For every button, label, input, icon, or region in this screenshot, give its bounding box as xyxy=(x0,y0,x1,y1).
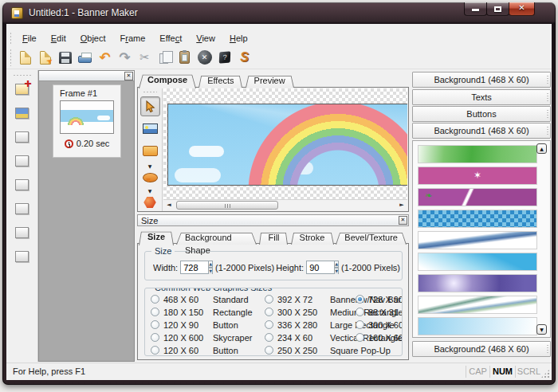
size-panel-header[interactable]: Size ✕ xyxy=(137,214,409,226)
frame-thumbnail[interactable] xyxy=(60,100,114,134)
menu-file[interactable]: File xyxy=(15,31,44,45)
thumbnail-purple-leaf-stripe[interactable] xyxy=(418,189,536,206)
size-option-300x60[interactable]: 300 X 60 xyxy=(356,319,403,330)
mini-cloud xyxy=(97,116,110,120)
thumbnail-blue-wave[interactable] xyxy=(418,232,536,249)
delete-frame-icon xyxy=(15,251,29,262)
title-bar[interactable]: Untitled:1 - Banner Maker ✕ xyxy=(2,2,556,24)
thumbnail-sky-gradient[interactable] xyxy=(418,318,536,335)
library-panel: Background1 (468 X 60) Texts Buttons Bac… xyxy=(411,70,552,362)
frame-ops-grip[interactable] xyxy=(13,74,31,76)
size-option-468x60[interactable]: 468 X 60Standard xyxy=(151,294,253,304)
menu-edit[interactable]: Edit xyxy=(44,31,73,45)
width-stepper[interactable]: ▲▼ xyxy=(209,261,213,274)
close-icon: ✕ xyxy=(509,3,534,12)
tab-fill[interactable]: Fill xyxy=(259,231,288,245)
size-option-120x90[interactable]: 120 X 90Button xyxy=(151,319,253,330)
height-hint: (1-2000 Pixels) xyxy=(341,263,400,272)
thumbnail-blue-mosaic[interactable] xyxy=(418,210,536,227)
scroll-thumb[interactable] xyxy=(176,201,278,210)
tab-preview[interactable]: Preview xyxy=(246,74,294,88)
scroll-left-arrow[interactable]: ◄ xyxy=(163,200,175,210)
frames-panel-close-button[interactable]: ✕ xyxy=(124,72,133,80)
list-scroll-down-button[interactable]: ▼ xyxy=(536,324,547,335)
menubar-grip[interactable] xyxy=(10,32,12,44)
menu-view[interactable]: View xyxy=(189,31,222,45)
section-background2[interactable]: Background2 (468 X 60) xyxy=(412,341,551,357)
height-stepper[interactable]: ▲▼ xyxy=(335,261,339,274)
size-panel-close-button[interactable]: ✕ xyxy=(399,216,407,225)
size-option-728x90-selected[interactable]: 728 X 90 xyxy=(356,294,403,304)
thumbnail-green-brush[interactable] xyxy=(418,146,536,163)
open-button[interactable]: ➤ xyxy=(36,49,54,67)
section-buttons[interactable]: Buttons xyxy=(412,106,551,122)
menu-help[interactable]: Help xyxy=(222,31,255,45)
tab-size[interactable]: Size xyxy=(139,229,174,245)
copy-button[interactable] xyxy=(155,49,174,67)
tab-effects[interactable]: Effects xyxy=(198,74,242,88)
thumbnail-purple-burst[interactable] xyxy=(418,275,536,292)
rectangle-tool-dropdown[interactable]: ▼ xyxy=(138,163,162,170)
cut-frame-button[interactable] xyxy=(12,151,33,171)
paste-frame-button[interactable] xyxy=(12,199,33,218)
scroll-right-arrow[interactable]: ► xyxy=(396,200,407,210)
thumbnail-cyan-gradient[interactable] xyxy=(418,253,536,270)
print-button[interactable] xyxy=(76,49,94,67)
canvas-h-scrollbar[interactable]: ◄ ► xyxy=(163,199,407,210)
thumbnail-green-blue-strokes[interactable] xyxy=(418,296,536,313)
stop-button[interactable]: ✕ xyxy=(195,49,214,67)
redo-button[interactable]: ↷ xyxy=(116,49,134,67)
paste-button[interactable] xyxy=(175,49,194,67)
menu-object[interactable]: Object xyxy=(73,31,113,45)
size-option-250x250[interactable]: 250 X 250Square Pop-Up xyxy=(265,345,403,355)
size-option-160x60[interactable]: 160 X 60 xyxy=(356,332,403,343)
banner-canvas[interactable] xyxy=(163,88,407,199)
minimize-button[interactable] xyxy=(464,2,487,16)
size-option-120x60[interactable]: 120 X 60Button xyxy=(151,345,253,355)
banner-artwork[interactable] xyxy=(167,104,407,186)
width-input[interactable] xyxy=(180,261,209,274)
library-header[interactable]: Background1 (468 X 60) xyxy=(412,72,551,88)
move-frame-button[interactable] xyxy=(12,223,33,242)
image-tool-button[interactable] xyxy=(140,119,160,139)
tab-compose[interactable]: Compose xyxy=(139,73,196,88)
tab-bevel-texture[interactable]: Bevel/Texture xyxy=(336,231,407,245)
thumbnail-pink-sparkle[interactable]: ✶ xyxy=(418,167,536,184)
close-button[interactable]: ✕ xyxy=(509,2,535,16)
maximize-button[interactable] xyxy=(486,2,509,16)
size-option-88x31[interactable]: 88 X 31 xyxy=(356,307,403,317)
toolbar-grip[interactable] xyxy=(10,49,12,66)
cut-button[interactable]: ✂ xyxy=(136,49,154,67)
frames-panel-header[interactable]: ✕ xyxy=(39,71,134,81)
about-button[interactable]: ? xyxy=(215,49,234,67)
add-frame-button[interactable]: ✚ xyxy=(12,80,33,99)
list-scroll-up-button[interactable]: ▲ xyxy=(536,143,547,154)
frame-image-button[interactable] xyxy=(12,104,33,123)
menu-frame[interactable]: Frame xyxy=(113,31,153,45)
image-tool-icon xyxy=(143,123,158,134)
section-texts[interactable]: Texts xyxy=(412,89,551,105)
save-button[interactable] xyxy=(56,49,74,67)
section-background1[interactable]: Background1 (468 X 60) xyxy=(412,123,551,139)
height-input[interactable] xyxy=(306,261,335,274)
tab-stroke[interactable]: Stroke xyxy=(291,231,334,245)
tab-background-shape[interactable]: Background Shape xyxy=(176,231,257,245)
frame-item[interactable]: Frame #1 0.20 sec xyxy=(53,84,121,158)
copy-frame-button[interactable] xyxy=(12,175,33,194)
new-button[interactable] xyxy=(16,49,34,67)
duplicate-frame-button[interactable] xyxy=(12,127,33,147)
balloon-tool-button[interactable] xyxy=(140,170,160,186)
select-tool-button[interactable] xyxy=(140,96,160,116)
rectangle-tool-button[interactable] xyxy=(140,141,160,161)
polygon-tool-button[interactable] xyxy=(140,194,160,210)
undo-button[interactable]: ↶ xyxy=(96,49,114,67)
tool-palette-grip[interactable] xyxy=(143,91,157,93)
size-option-120x600[interactable]: 120 X 600Skycraper xyxy=(151,332,253,343)
purchase-button[interactable]: S xyxy=(235,49,253,67)
balloon-tool-dropdown[interactable]: ▼ xyxy=(138,188,162,194)
app-icon xyxy=(11,7,23,19)
undo-icon: ↶ xyxy=(99,51,110,65)
menu-effect[interactable]: Effect xyxy=(152,31,189,45)
size-option-180x150[interactable]: 180 X 150Rectangle xyxy=(151,307,253,317)
delete-frame-button[interactable] xyxy=(12,247,33,266)
